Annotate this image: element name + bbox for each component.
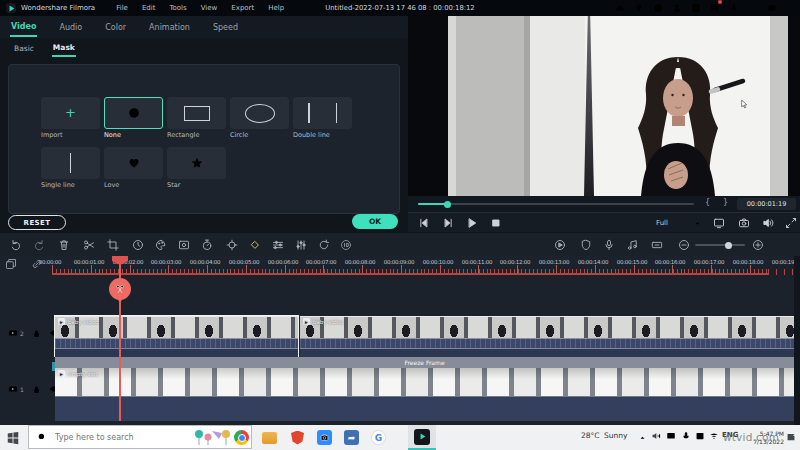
ok-button[interactable]: OK (352, 214, 398, 229)
motion-tracking-icon[interactable] (226, 239, 238, 251)
stop-button[interactable] (490, 217, 502, 229)
mark-out-bracket[interactable]: } (723, 198, 728, 207)
export-icon[interactable] (710, 2, 720, 14)
render-preview-icon[interactable] (554, 239, 566, 251)
clip-baby-video-selected[interactable]: ▸baby video (55, 316, 298, 356)
menu-file[interactable]: File (116, 4, 128, 12)
snapshot-camera-icon[interactable] (738, 217, 750, 229)
weather-condition[interactable]: Sunny (604, 431, 627, 440)
tab-color[interactable]: Color (104, 19, 127, 36)
voiceover-mic-icon[interactable] (603, 239, 615, 251)
lock-icon[interactable] (32, 329, 41, 338)
mask-option-star[interactable] (167, 147, 226, 179)
undo-icon[interactable] (10, 239, 22, 251)
next-frame-button[interactable] (442, 217, 454, 229)
start-button[interactable] (4, 429, 21, 446)
tab-speed[interactable]: Speed (212, 19, 239, 36)
menu-export[interactable]: Export (231, 4, 254, 12)
batch-range-icon[interactable] (651, 239, 663, 251)
play-button[interactable] (466, 217, 478, 229)
menu-edit[interactable]: Edit (142, 4, 156, 12)
mask-option-double-line[interactable] (293, 97, 352, 129)
stabilize-rotate-icon[interactable] (318, 239, 330, 251)
tab-video[interactable]: Video (10, 18, 37, 37)
fullscreen-expand-icon[interactable] (785, 217, 797, 229)
sync-icon[interactable] (653, 3, 663, 13)
google-app-icon[interactable]: G (370, 429, 387, 446)
seek-slider[interactable] (418, 203, 694, 205)
zoom-in-icon[interactable] (752, 239, 764, 251)
cloud-icon[interactable] (615, 3, 625, 13)
tray-speaker-icon[interactable] (651, 431, 661, 441)
weather-temp[interactable]: 28°C (581, 431, 600, 440)
green-screen-icon[interactable] (178, 239, 190, 251)
tray-display-icon[interactable] (666, 431, 676, 441)
speed-clock-icon[interactable] (132, 239, 144, 251)
tips-bulb-icon[interactable] (634, 3, 644, 13)
filmora-taskbar-icon[interactable] (408, 425, 436, 450)
tab-audio[interactable]: Audio (58, 19, 83, 36)
save-icon[interactable] (691, 3, 701, 13)
tray-photos-icon[interactable] (695, 431, 705, 441)
mask-option-none[interactable] (104, 97, 163, 129)
lock-icon[interactable] (32, 385, 41, 394)
mask-option-circle[interactable] (230, 97, 289, 129)
mask-option-import[interactable]: + (41, 97, 100, 129)
reset-button[interactable]: RESET (8, 215, 66, 230)
search-input[interactable] (53, 432, 187, 443)
tray-wifi-icon[interactable] (709, 431, 719, 441)
tray-chevron-up-icon[interactable] (638, 433, 647, 442)
freeze-frame-bar[interactable]: Freeze Frame (55, 357, 794, 368)
screenshare-app-icon[interactable]: ➦ (343, 429, 360, 446)
brave-icon[interactable] (289, 429, 306, 446)
mask-option-rectangle[interactable] (167, 97, 226, 129)
menu-view[interactable]: View (201, 4, 218, 12)
preview-zoom-select[interactable]: Full (656, 219, 668, 227)
menu-tools[interactable]: Tools (169, 4, 186, 12)
delete-trash-icon[interactable] (58, 239, 70, 251)
tray-mic-icon[interactable] (681, 431, 691, 441)
keyframe-diamond-icon[interactable] (249, 239, 261, 251)
marker-shield-icon[interactable] (580, 239, 592, 251)
minimize-button[interactable] (748, 3, 758, 13)
dual-monitor-icon[interactable] (713, 217, 725, 229)
clip-empty-slot[interactable]: ▸empty slot (55, 368, 794, 396)
zoom-slider-thumb[interactable] (725, 242, 732, 249)
clip-baby-video-2[interactable]: ▸baby video (300, 316, 794, 356)
timeline-ruler[interactable] (52, 273, 768, 275)
audio-mixer-icon[interactable] (295, 239, 307, 251)
menu-help[interactable]: Help (268, 4, 284, 12)
split-scissors-balloon[interactable] (109, 278, 131, 300)
adjust-sliders-icon[interactable] (272, 239, 284, 251)
mask-option-love[interactable] (104, 147, 163, 179)
speaker-icon[interactable] (762, 217, 774, 229)
subtab-basic[interactable]: Basic (13, 41, 35, 56)
subtab-mask[interactable]: Mask (52, 40, 76, 57)
mark-in-bracket[interactable]: { (705, 198, 710, 207)
zoom-out-icon[interactable] (678, 239, 690, 251)
tab-animation[interactable]: Animation (148, 19, 191, 36)
folder-icon[interactable] (261, 429, 278, 446)
record-voice-icon[interactable] (729, 3, 739, 13)
crop-icon[interactable] (107, 239, 119, 251)
color-palette-icon[interactable] (155, 239, 167, 251)
audio-music-icon[interactable] (627, 239, 639, 251)
redo-icon[interactable] (33, 239, 45, 251)
mask-option-single-line[interactable] (41, 147, 100, 179)
celebration-doodle-icon[interactable] (193, 427, 233, 447)
close-button[interactable] (786, 3, 796, 13)
zoom-app-icon[interactable] (316, 429, 333, 446)
action-center-icon[interactable] (786, 432, 796, 442)
restore-button[interactable] (767, 3, 777, 13)
badge-10-icon[interactable] (340, 239, 352, 251)
account-icon[interactable] (672, 3, 682, 13)
chrome-icon[interactable] (233, 429, 250, 446)
video-preview[interactable] (408, 16, 800, 196)
previous-frame-button[interactable] (418, 217, 430, 229)
manage-tracks-icon[interactable] (5, 258, 17, 270)
duration-timer-icon[interactable] (201, 239, 213, 251)
seek-thumb[interactable] (444, 201, 451, 208)
chevron-down-icon[interactable] (693, 219, 702, 228)
timeline-zoom-slider[interactable] (695, 244, 745, 246)
split-scissors-icon[interactable] (83, 239, 95, 251)
